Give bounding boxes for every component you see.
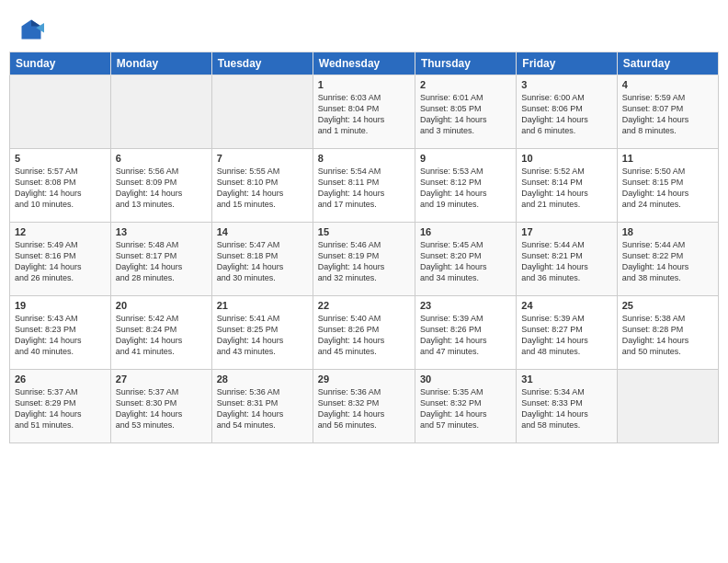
day-number: 19 xyxy=(15,300,106,311)
day-number: 16 xyxy=(420,226,511,237)
calendar-day-cell: 1Sunrise: 6:03 AM Sunset: 8:04 PM Daylig… xyxy=(313,75,415,149)
calendar-day-cell: 10Sunrise: 5:52 AM Sunset: 8:14 PM Dayli… xyxy=(517,149,617,223)
day-content: Sunrise: 5:39 AM Sunset: 8:27 PM Dayligh… xyxy=(521,313,611,358)
calendar-day-cell: 20Sunrise: 5:42 AM Sunset: 8:24 PM Dayli… xyxy=(110,296,211,370)
day-number: 12 xyxy=(15,226,106,237)
day-content: Sunrise: 6:00 AM Sunset: 8:06 PM Dayligh… xyxy=(521,92,611,137)
calendar-week-row: 1Sunrise: 6:03 AM Sunset: 8:04 PM Daylig… xyxy=(10,75,719,149)
day-number: 2 xyxy=(420,79,511,90)
day-number: 4 xyxy=(622,79,713,90)
calendar-day-cell: 16Sunrise: 5:45 AM Sunset: 8:20 PM Dayli… xyxy=(415,223,516,296)
calendar-day-cell xyxy=(110,75,211,149)
calendar-day-cell: 7Sunrise: 5:55 AM Sunset: 8:10 PM Daylig… xyxy=(211,149,313,223)
day-content: Sunrise: 5:35 AM Sunset: 8:32 PM Dayligh… xyxy=(420,386,511,431)
day-content: Sunrise: 5:36 AM Sunset: 8:32 PM Dayligh… xyxy=(318,386,410,431)
day-content: Sunrise: 5:50 AM Sunset: 8:15 PM Dayligh… xyxy=(622,166,713,211)
calendar-day-cell: 15Sunrise: 5:46 AM Sunset: 8:19 PM Dayli… xyxy=(313,223,415,296)
calendar-day-cell xyxy=(10,75,111,149)
calendar-day-cell: 22Sunrise: 5:40 AM Sunset: 8:26 PM Dayli… xyxy=(313,296,415,370)
calendar-table: SundayMondayTuesdayWednesdayThursdayFrid… xyxy=(9,52,719,443)
svg-marker-1 xyxy=(31,20,41,27)
calendar-day-cell: 18Sunrise: 5:44 AM Sunset: 8:22 PM Dayli… xyxy=(617,223,718,296)
page-header xyxy=(9,9,719,48)
day-content: Sunrise: 5:48 AM Sunset: 8:17 PM Dayligh… xyxy=(116,239,207,284)
calendar-day-cell: 11Sunrise: 5:50 AM Sunset: 8:15 PM Dayli… xyxy=(617,149,718,223)
calendar-day-cell: 9Sunrise: 5:53 AM Sunset: 8:12 PM Daylig… xyxy=(415,149,516,223)
calendar-day-cell: 2Sunrise: 6:01 AM Sunset: 8:05 PM Daylig… xyxy=(415,75,516,149)
calendar-day-cell: 12Sunrise: 5:49 AM Sunset: 8:16 PM Dayli… xyxy=(10,223,111,296)
day-number: 15 xyxy=(318,226,410,237)
day-content: Sunrise: 6:03 AM Sunset: 8:04 PM Dayligh… xyxy=(318,92,410,137)
day-number: 14 xyxy=(217,226,308,237)
day-number: 8 xyxy=(318,153,410,164)
day-content: Sunrise: 5:37 AM Sunset: 8:29 PM Dayligh… xyxy=(15,386,106,431)
day-content: Sunrise: 5:40 AM Sunset: 8:26 PM Dayligh… xyxy=(318,313,410,358)
calendar-day-cell: 24Sunrise: 5:39 AM Sunset: 8:27 PM Dayli… xyxy=(517,296,617,370)
day-number: 21 xyxy=(217,300,308,311)
calendar-week-row: 19Sunrise: 5:43 AM Sunset: 8:23 PM Dayli… xyxy=(10,296,719,370)
weekday-header-cell: Thursday xyxy=(415,52,516,75)
day-number: 1 xyxy=(318,79,410,90)
calendar-day-cell: 31Sunrise: 5:34 AM Sunset: 8:33 PM Dayli… xyxy=(517,370,617,443)
day-content: Sunrise: 5:53 AM Sunset: 8:12 PM Dayligh… xyxy=(420,166,511,211)
weekday-header-cell: Tuesday xyxy=(211,52,313,75)
weekday-header-cell: Wednesday xyxy=(313,52,415,75)
day-number: 13 xyxy=(116,226,207,237)
calendar-day-cell: 19Sunrise: 5:43 AM Sunset: 8:23 PM Dayli… xyxy=(10,296,111,370)
day-number: 24 xyxy=(521,300,611,311)
weekday-header-row: SundayMondayTuesdayWednesdayThursdayFrid… xyxy=(10,52,719,75)
day-number: 17 xyxy=(521,226,611,237)
calendar-day-cell: 8Sunrise: 5:54 AM Sunset: 8:11 PM Daylig… xyxy=(313,149,415,223)
day-content: Sunrise: 5:41 AM Sunset: 8:25 PM Dayligh… xyxy=(217,313,308,358)
day-content: Sunrise: 5:55 AM Sunset: 8:10 PM Dayligh… xyxy=(217,166,308,211)
calendar-day-cell: 27Sunrise: 5:37 AM Sunset: 8:30 PM Dayli… xyxy=(110,370,211,443)
weekday-header-cell: Sunday xyxy=(10,52,111,75)
weekday-header-cell: Saturday xyxy=(617,52,718,75)
day-number: 23 xyxy=(420,300,511,311)
day-number: 5 xyxy=(15,153,106,164)
day-number: 22 xyxy=(318,300,410,311)
day-content: Sunrise: 5:59 AM Sunset: 8:07 PM Dayligh… xyxy=(622,92,713,137)
day-number: 20 xyxy=(116,300,207,311)
calendar-body: 1Sunrise: 6:03 AM Sunset: 8:04 PM Daylig… xyxy=(10,75,719,443)
day-number: 18 xyxy=(622,226,713,237)
calendar-day-cell: 6Sunrise: 5:56 AM Sunset: 8:09 PM Daylig… xyxy=(110,149,211,223)
day-number: 26 xyxy=(15,373,106,385)
day-content: Sunrise: 6:01 AM Sunset: 8:05 PM Dayligh… xyxy=(420,92,511,137)
weekday-header-cell: Friday xyxy=(517,52,617,75)
day-content: Sunrise: 5:49 AM Sunset: 8:16 PM Dayligh… xyxy=(15,239,106,284)
calendar-day-cell: 21Sunrise: 5:41 AM Sunset: 8:25 PM Dayli… xyxy=(211,296,313,370)
day-content: Sunrise: 5:52 AM Sunset: 8:14 PM Dayligh… xyxy=(521,166,611,211)
calendar-day-cell: 4Sunrise: 5:59 AM Sunset: 8:07 PM Daylig… xyxy=(617,75,718,149)
day-number: 25 xyxy=(622,300,713,311)
calendar-day-cell xyxy=(211,75,313,149)
day-content: Sunrise: 5:45 AM Sunset: 8:20 PM Dayligh… xyxy=(420,239,511,284)
day-number: 6 xyxy=(116,153,207,164)
calendar-day-cell: 29Sunrise: 5:36 AM Sunset: 8:32 PM Dayli… xyxy=(313,370,415,443)
day-number: 3 xyxy=(521,79,611,90)
day-content: Sunrise: 5:43 AM Sunset: 8:23 PM Dayligh… xyxy=(15,313,106,358)
calendar-day-cell: 28Sunrise: 5:36 AM Sunset: 8:31 PM Dayli… xyxy=(211,370,313,443)
calendar-day-cell xyxy=(617,370,718,443)
logo xyxy=(18,17,48,42)
day-content: Sunrise: 5:34 AM Sunset: 8:33 PM Dayligh… xyxy=(521,386,611,431)
day-number: 11 xyxy=(622,153,713,164)
day-content: Sunrise: 5:37 AM Sunset: 8:30 PM Dayligh… xyxy=(116,386,207,431)
calendar-day-cell: 3Sunrise: 6:00 AM Sunset: 8:06 PM Daylig… xyxy=(517,75,617,149)
day-number: 30 xyxy=(420,373,511,385)
calendar-week-row: 12Sunrise: 5:49 AM Sunset: 8:16 PM Dayli… xyxy=(10,223,719,296)
day-content: Sunrise: 5:38 AM Sunset: 8:28 PM Dayligh… xyxy=(622,313,713,358)
day-content: Sunrise: 5:36 AM Sunset: 8:31 PM Dayligh… xyxy=(217,386,308,431)
day-number: 28 xyxy=(217,373,308,385)
calendar-day-cell: 13Sunrise: 5:48 AM Sunset: 8:17 PM Dayli… xyxy=(110,223,211,296)
calendar-week-row: 26Sunrise: 5:37 AM Sunset: 8:29 PM Dayli… xyxy=(10,370,719,443)
calendar-day-cell: 5Sunrise: 5:57 AM Sunset: 8:08 PM Daylig… xyxy=(10,149,111,223)
weekday-header-cell: Monday xyxy=(110,52,211,75)
calendar-day-cell: 25Sunrise: 5:38 AM Sunset: 8:28 PM Dayli… xyxy=(617,296,718,370)
calendar-day-cell: 14Sunrise: 5:47 AM Sunset: 8:18 PM Dayli… xyxy=(211,223,313,296)
day-number: 29 xyxy=(318,373,410,385)
day-number: 7 xyxy=(217,153,308,164)
logo-icon xyxy=(18,17,44,42)
calendar-day-cell: 30Sunrise: 5:35 AM Sunset: 8:32 PM Dayli… xyxy=(415,370,516,443)
day-number: 10 xyxy=(521,153,611,164)
